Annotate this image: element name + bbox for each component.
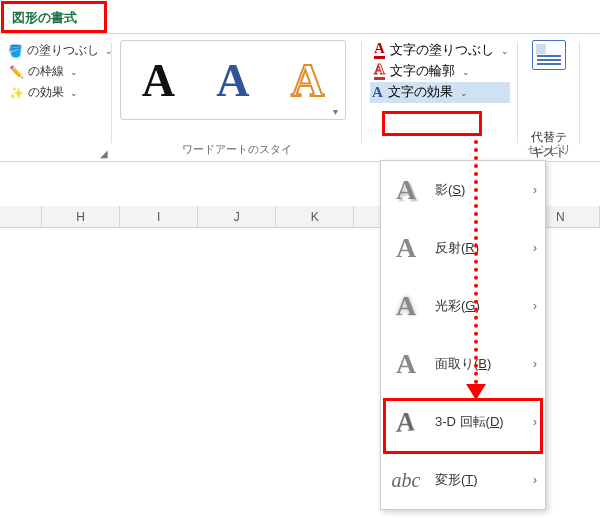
menu-glow[interactable]: A 光彩(G) ›: [381, 277, 545, 335]
shape-fill-label: の塗りつぶし: [27, 42, 99, 59]
text-effects-icon: A: [372, 84, 383, 101]
menu-glow-label: 光彩(G): [435, 297, 480, 315]
reflection-icon: A: [391, 233, 421, 263]
menu-bevel[interactable]: A 面取り(B) ›: [381, 335, 545, 393]
text-outline-icon: A: [374, 63, 385, 80]
text-outline-label: 文字の輪郭: [390, 63, 455, 80]
text-fill-label: 文字の塗りつぶし: [390, 42, 494, 59]
submenu-arrow-icon: ›: [533, 183, 537, 197]
submenu-arrow-icon: ›: [533, 415, 537, 429]
col-header[interactable]: K: [276, 206, 354, 227]
menu-bevel-label: 面取り(B): [435, 355, 491, 373]
menu-transform[interactable]: abc 変形(T) ›: [381, 451, 545, 509]
wordart-gallery[interactable]: A A A ▾: [120, 40, 346, 120]
submenu-arrow-icon: ›: [533, 299, 537, 313]
bucket-icon: 🪣: [8, 43, 23, 59]
menu-reflection-label: 反射(R): [435, 239, 479, 257]
alt-text-icon[interactable]: [532, 40, 566, 70]
col-header[interactable]: [0, 206, 42, 227]
shadow-icon: A: [391, 175, 421, 205]
text-fill-button[interactable]: A 文字の塗りつぶし ⌄: [370, 40, 510, 61]
chevron-down-icon: ⌄: [501, 46, 509, 56]
menu-3d-rotation-label: 3-D 回転(D): [435, 413, 504, 431]
text-fill-icon: A: [374, 42, 385, 59]
transform-icon: abc: [391, 465, 421, 495]
wordart-group-label: ワードアートのスタイ: [120, 142, 354, 159]
wordart-style-2[interactable]: A: [216, 54, 249, 107]
shape-outline-button[interactable]: ✏️ の枠線 ⌄: [8, 61, 104, 82]
text-effects-menu: A 影(S) › A 反射(R) › A 光彩(G) › A 面取り(B) › …: [380, 160, 546, 510]
menu-3d-rotation[interactable]: A 3-D 回転(D) ›: [381, 393, 545, 451]
col-header[interactable]: I: [120, 206, 198, 227]
wordart-style-1[interactable]: A: [142, 54, 175, 107]
menu-transform-label: 変形(T): [435, 471, 478, 489]
submenu-arrow-icon: ›: [533, 241, 537, 255]
text-outline-button[interactable]: A 文字の輪郭 ⌄: [370, 61, 510, 82]
rotation-3d-icon: A: [391, 407, 421, 437]
gallery-more-icon[interactable]: ▾: [329, 106, 341, 117]
menu-reflection[interactable]: A 反射(R) ›: [381, 219, 545, 277]
text-effects-label: 文字の効果: [388, 84, 453, 101]
shape-outline-label: の枠線: [28, 63, 64, 80]
submenu-arrow-icon: ›: [533, 473, 537, 487]
wordart-style-3[interactable]: A: [291, 54, 324, 107]
shape-effects-label: の効果: [28, 84, 64, 101]
menu-shadow-label: 影(S): [435, 181, 465, 199]
shape-fill-button[interactable]: 🪣 の塗りつぶし ⌄: [8, 40, 104, 61]
chevron-down-icon: ⌄: [460, 88, 468, 98]
pen-icon: ✏️: [8, 64, 24, 80]
chevron-down-icon: ⌄: [462, 67, 470, 77]
group-label: [370, 145, 510, 159]
tab-shape-format[interactable]: 図形の書式: [2, 4, 87, 33]
shape-effects-button[interactable]: ✨ の効果 ⌄: [8, 82, 104, 103]
glow-icon: A: [391, 291, 421, 321]
col-header[interactable]: J: [198, 206, 276, 227]
dialog-launcher-icon[interactable]: ◢: [100, 148, 108, 159]
group-label: [8, 145, 104, 159]
effects-icon: ✨: [8, 85, 24, 101]
accessibility-group-label: セシビリ: [523, 140, 575, 159]
text-effects-button[interactable]: A 文字の効果 ⌄: [370, 82, 510, 103]
col-header[interactable]: H: [42, 206, 120, 227]
submenu-arrow-icon: ›: [533, 357, 537, 371]
menu-shadow[interactable]: A 影(S) ›: [381, 161, 545, 219]
chevron-down-icon: ⌄: [70, 67, 78, 77]
chevron-down-icon: ⌄: [70, 88, 78, 98]
bevel-icon: A: [391, 349, 421, 379]
